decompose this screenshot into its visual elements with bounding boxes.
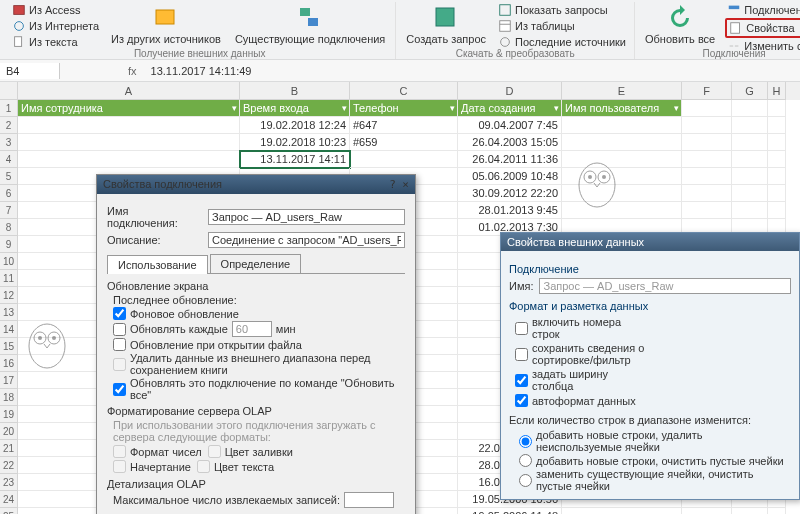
formula-bar: B4 fx 13.11.2017 14:11:49 — [0, 60, 800, 82]
refresh-min-input — [232, 321, 272, 337]
name-input[interactable] — [208, 209, 405, 225]
desc-label: Описание: — [107, 234, 202, 246]
row-header[interactable]: 12 — [0, 287, 18, 304]
col-header[interactable]: G — [732, 82, 768, 100]
refresh-all-button[interactable]: Обновить все — [641, 2, 719, 47]
column-headers: A B C D E F G H — [0, 82, 800, 100]
existing-conn-button[interactable]: Существующие подключения — [231, 2, 389, 47]
remove-data-check — [113, 358, 126, 371]
add-clear-radio[interactable] — [519, 454, 532, 467]
col-header[interactable]: B — [240, 82, 350, 100]
font-style-check — [113, 460, 126, 473]
svg-rect-11 — [729, 6, 740, 10]
replace-radio[interactable] — [519, 474, 532, 487]
dialog-titlebar[interactable]: Свойства подключения? × — [97, 175, 415, 194]
formula-value[interactable]: 13.11.2017 14:11:49 — [145, 63, 258, 79]
row-header[interactable]: 22 — [0, 457, 18, 474]
help-icon[interactable]: ? × — [389, 178, 409, 191]
name-label: Имя подключения: — [107, 205, 202, 229]
row-header[interactable]: 20 — [0, 423, 18, 440]
ribbon-group-label: Подключения — [635, 48, 800, 59]
tab-usage[interactable]: Использование — [107, 255, 208, 274]
row-header[interactable]: 7 — [0, 202, 18, 219]
col-header[interactable]: E — [562, 82, 682, 100]
refresh-all-check[interactable] — [113, 383, 126, 396]
section-conn: Подключение — [509, 263, 791, 275]
row-header[interactable]: 9 — [0, 236, 18, 253]
col-header[interactable]: H — [768, 82, 786, 100]
section-olap: Форматирование сервера OLAP — [107, 405, 405, 417]
col-header[interactable]: F — [682, 82, 732, 100]
last-refresh-label: Последнее обновление: — [113, 294, 405, 306]
svg-rect-12 — [731, 23, 740, 34]
desc-input[interactable] — [208, 232, 405, 248]
tab-definition[interactable]: Определение — [210, 254, 302, 273]
svg-rect-8 — [500, 21, 511, 32]
row-header[interactable]: 13 — [0, 304, 18, 321]
svg-rect-5 — [308, 18, 318, 26]
refresh-every-check[interactable] — [113, 323, 126, 336]
from-table-button[interactable]: Из таблицы — [496, 18, 628, 34]
svg-point-21 — [579, 163, 615, 207]
external-data-dialog: Свойства внешних данных Подключение Имя:… — [500, 232, 800, 500]
save-sort-check[interactable] — [515, 348, 528, 361]
svg-point-1 — [15, 22, 24, 31]
svg-rect-7 — [500, 5, 511, 16]
row-header[interactable]: 1 — [0, 100, 18, 117]
dialog-tabs: Использование Определение — [107, 254, 405, 274]
autoformat-check[interactable] — [515, 394, 528, 407]
svg-point-24 — [588, 175, 592, 179]
from-access-button[interactable]: Из Access — [10, 2, 101, 18]
row-header[interactable]: 17 — [0, 372, 18, 389]
num-format-check — [113, 445, 126, 458]
row-header[interactable]: 18 — [0, 389, 18, 406]
ribbon-group-external: Из Access Из Интернета Из текста Из друг… — [4, 2, 396, 59]
fx-icon[interactable]: fx — [120, 63, 145, 79]
svg-rect-6 — [436, 8, 454, 26]
ribbon: Из Access Из Интернета Из текста Из друг… — [0, 0, 800, 60]
new-query-button[interactable]: Создать запрос — [402, 2, 490, 47]
row-header[interactable]: 8 — [0, 219, 18, 236]
refresh-open-check[interactable] — [113, 338, 126, 351]
add-delete-radio[interactable] — [519, 435, 532, 448]
row-headers: 1234567891011121314151617181920212223242… — [0, 100, 18, 514]
row-header[interactable]: 10 — [0, 253, 18, 270]
row-header[interactable]: 21 — [0, 440, 18, 457]
row-header[interactable]: 24 — [0, 491, 18, 508]
text-color-check — [197, 460, 210, 473]
dialog-titlebar[interactable]: Свойства внешних данных — [501, 233, 799, 251]
col-header[interactable]: C — [350, 82, 458, 100]
from-web-button[interactable]: Из Интернета — [10, 18, 101, 34]
col-header[interactable]: D — [458, 82, 562, 100]
row-numbers-check[interactable] — [515, 322, 528, 335]
name-box[interactable]: B4 — [0, 63, 60, 79]
row-header[interactable]: 3 — [0, 134, 18, 151]
row-header[interactable]: 6 — [0, 185, 18, 202]
svg-rect-4 — [300, 8, 310, 16]
bg-refresh-check[interactable] — [113, 307, 126, 320]
show-queries-button[interactable]: Показать запросы — [496, 2, 628, 18]
row-header[interactable]: 23 — [0, 474, 18, 491]
ribbon-group-conn: Обновить все Подключения Свойства Измени… — [635, 2, 800, 59]
row-header[interactable]: 15 — [0, 338, 18, 355]
row-header[interactable]: 4 — [0, 151, 18, 168]
row-header[interactable]: 16 — [0, 355, 18, 372]
svg-rect-2 — [15, 37, 22, 47]
row-header[interactable]: 25 — [0, 508, 18, 514]
fill-color-check — [208, 445, 221, 458]
ribbon-group-label: Получение внешних данных — [4, 48, 395, 59]
row-header[interactable]: 14 — [0, 321, 18, 338]
row-header[interactable]: 2 — [0, 117, 18, 134]
ribbon-group-query: Создать запрос Показать запросы Из табли… — [396, 2, 635, 59]
row-header[interactable]: 19 — [0, 406, 18, 423]
connections-button[interactable]: Подключения — [725, 2, 800, 18]
row-header[interactable]: 5 — [0, 168, 18, 185]
row-header[interactable]: 11 — [0, 270, 18, 287]
from-other-button[interactable]: Из других источников — [107, 2, 225, 47]
col-header[interactable]: A — [18, 82, 240, 100]
col-width-check[interactable] — [515, 374, 528, 387]
name-input — [539, 278, 791, 294]
owl-icon — [572, 155, 622, 210]
section-format: Формат и разметка данных — [509, 300, 791, 312]
properties-button[interactable]: Свойства — [725, 18, 800, 38]
